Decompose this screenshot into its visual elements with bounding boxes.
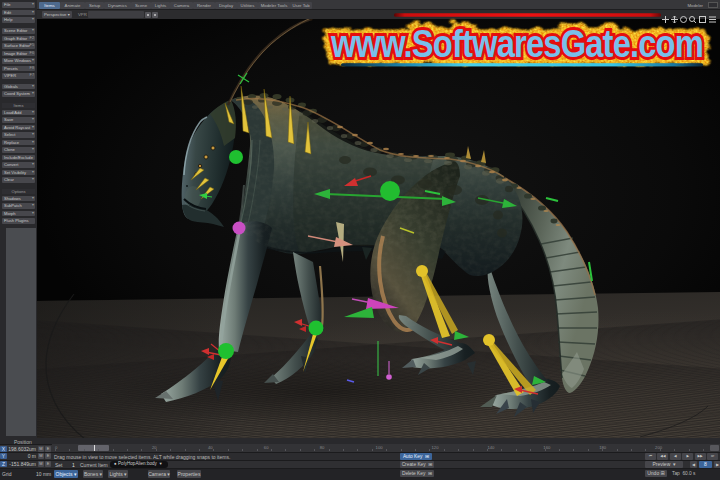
svg-text:www.SoftwaresGate.com: www.SoftwaresGate.com	[330, 22, 703, 65]
